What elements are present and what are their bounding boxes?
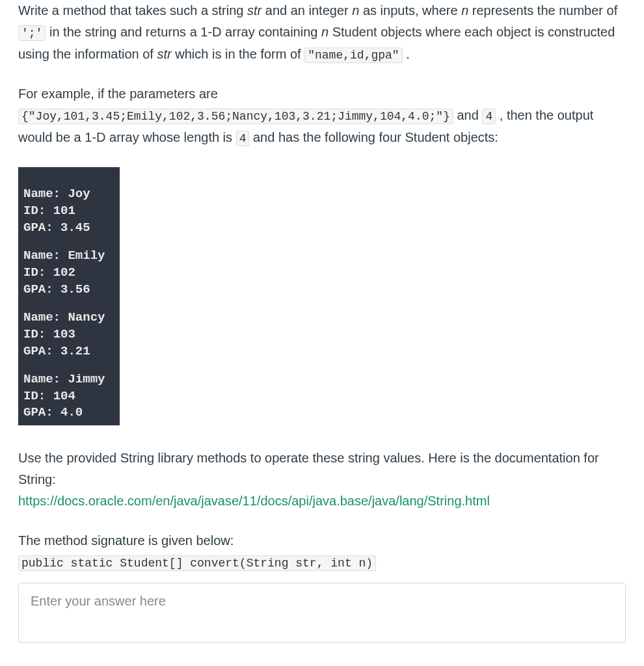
text: in the string and returns a 1-D array co…	[46, 25, 321, 39]
student-block-0: Name: Joy ID: 101 GPA: 3.45	[23, 186, 114, 236]
text: Use the provided String library methods …	[18, 451, 599, 486]
code-format: "name,id,gpa"	[304, 47, 402, 63]
text: as inputs, where	[359, 3, 461, 18]
text: and has the following four Student objec…	[249, 130, 498, 144]
var-n: n	[461, 3, 468, 18]
code-method-signature: public static Student[] convert(String s…	[18, 555, 376, 571]
text: .	[403, 47, 410, 61]
student-block-3: Name: Jimmy ID: 104 GPA: 4.0	[23, 371, 114, 421]
text: The method signature is given below:	[18, 533, 234, 548]
code-example-input: {"Joy,101,3.45;Emily,102,3.56;Nancy,103,…	[18, 109, 453, 124]
text: and an integer	[262, 3, 352, 18]
var-str: str	[247, 3, 262, 18]
var-str: str	[157, 47, 171, 61]
code-semicolon: ';'	[18, 25, 46, 41]
var-n: n	[352, 3, 359, 18]
text: which is in the form of	[172, 47, 305, 61]
problem-paragraph-2: For example, if the parameters are {"Joy…	[18, 83, 626, 148]
student-block-1: Name: Emily ID: 102 GPA: 3.56	[23, 248, 114, 298]
student-block-2: Name: Nancy ID: 103 GPA: 3.21	[23, 310, 114, 360]
text: and	[453, 108, 482, 122]
code-length: 4	[236, 131, 250, 146]
problem-paragraph-4: The method signature is given below: pub…	[18, 530, 626, 574]
answer-input[interactable]	[18, 583, 626, 643]
doc-link-string[interactable]: https://docs.oracle.com/en/java/javase/1…	[18, 494, 490, 508]
problem-paragraph-1: Write a method that takes such a string …	[18, 0, 626, 65]
terminal-output: Name: Joy ID: 101 GPA: 3.45Name: Emily I…	[18, 167, 120, 425]
text: Write a method that takes such a string	[18, 3, 247, 18]
text: For example, if the parameters are	[18, 87, 218, 101]
problem-paragraph-3: Use the provided String library methods …	[18, 447, 626, 512]
var-n: n	[321, 25, 329, 39]
text: represents the number of	[468, 3, 617, 18]
code-example-n: 4	[482, 109, 496, 124]
